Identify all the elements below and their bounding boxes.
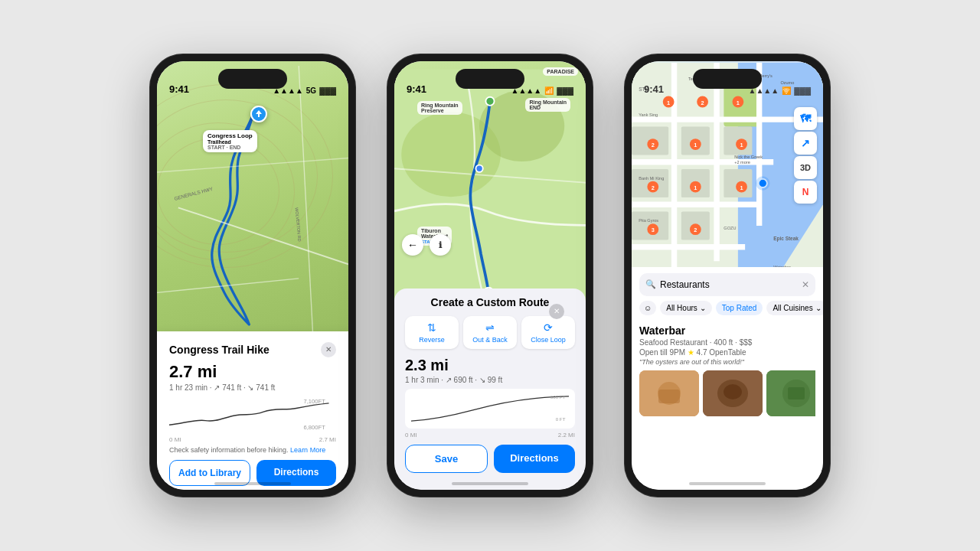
status-icons-1: ▲▲▲▲ 5G ▓▓▓ <box>273 86 336 95</box>
close-loop-icon: ⟳ <box>544 321 553 334</box>
sheet-header: Create a Custom Route ✕ <box>405 296 575 308</box>
svg-text:Yank Sing: Yank Sing <box>639 112 658 117</box>
restaurant-photo-1[interactable] <box>639 370 699 416</box>
svg-text:+2 more: +2 more <box>734 160 750 165</box>
svg-text:2: 2 <box>694 227 697 233</box>
close-button-2[interactable]: ✕ <box>549 304 564 319</box>
battery-icon-3: ▓▓▓ <box>794 86 811 95</box>
all-hours-filter[interactable]: All Hours ⌄ <box>660 301 712 315</box>
ring-mountain-end-label: Ring MountainEND <box>525 98 570 112</box>
trail-svg: GENERALS HWY WOLVERTON RD <box>157 61 348 340</box>
restaurant-photos <box>639 370 815 416</box>
dynamic-island-1 <box>218 69 287 89</box>
network-icon-1: 5G <box>306 86 316 95</box>
dynamic-island-3 <box>693 69 762 89</box>
svg-text:6,800FT: 6,800FT <box>304 424 326 431</box>
3d-button[interactable]: 3D <box>794 156 817 179</box>
svg-text:600 FT: 600 FT <box>550 394 566 399</box>
svg-rect-73 <box>658 390 680 403</box>
restaurant-card[interactable]: Waterbar Seafood Restaurant · 400 ft · $… <box>632 320 823 421</box>
map-view-button[interactable]: 🗺 <box>794 107 817 130</box>
compass-button[interactable]: N <box>794 181 817 204</box>
svg-text:1: 1 <box>694 142 697 148</box>
all-cuisines-filter[interactable]: All Cuisines ⌄ <box>766 301 823 315</box>
svg-text:1: 1 <box>740 184 743 191</box>
close-button-1[interactable]: ✕ <box>321 342 336 357</box>
svg-text:2: 2 <box>652 184 655 191</box>
reverse-option[interactable]: ⇅ Reverse <box>405 316 459 349</box>
restaurant-photo-3[interactable] <box>766 370 815 416</box>
modal-title: Create a Custom Route <box>405 296 575 308</box>
search-clear-button[interactable]: ✕ <box>802 279 809 290</box>
battery-icon-2: ▓▓▓ <box>557 86 573 95</box>
trail-info-card: Congress Trail Hike ✕ 2.7 mi 1 hr 23 min… <box>157 331 348 490</box>
home-indicator-2 <box>452 482 528 485</box>
search-bar[interactable]: 🔍 Restaurants ✕ <box>639 273 815 296</box>
back-button[interactable]: ← <box>402 234 423 256</box>
trail-map[interactable]: GENERALS HWY WOLVERTON RD Congress Loop … <box>157 61 348 340</box>
directions-button-2[interactable]: Directions <box>494 445 575 473</box>
card-header-1: Congress Trail Hike ✕ <box>169 342 336 357</box>
action-buttons-2: Save Directions <box>405 445 575 473</box>
restaurant-quote: "The oysters are out of this world!" <box>639 358 815 366</box>
ring-mountain-preserve-label: Ring MountainPreserve <box>417 101 462 115</box>
svg-rect-79 <box>788 387 805 399</box>
search-value: Restaurants <box>660 279 710 290</box>
map-controls: 🗺 ↗ 3D N <box>794 107 817 204</box>
svg-text:3: 3 <box>652 227 655 233</box>
chart-labels-1: 0 MI 2.7 MI <box>169 436 336 443</box>
search-row: 🔍 Restaurants ✕ <box>632 267 823 301</box>
route-options: ⇅ Reverse ⇌ Out & Back ⟳ Close Loop <box>405 316 575 349</box>
svg-text:Epic Steak: Epic Steak <box>773 236 799 242</box>
svg-point-8 <box>475 165 482 172</box>
svg-text:Banh Mi King: Banh Mi King <box>639 176 664 181</box>
wifi-icon-3: 🛜 <box>782 86 791 95</box>
elevation-chart-2: 600 FT 0 FT <box>405 389 575 429</box>
restaurant-name: Waterbar <box>639 324 815 337</box>
svg-text:1: 1 <box>667 99 670 106</box>
close-loop-option[interactable]: ⟳ Close Loop <box>521 316 575 349</box>
status-icons-2: ▲▲▲▲ 📶 ▓▓▓ <box>511 86 573 95</box>
svg-text:0 FT: 0 FT <box>556 416 566 422</box>
svg-text:GENERALS HWY: GENERALS HWY <box>174 186 214 201</box>
svg-text:1: 1 <box>740 142 743 148</box>
custom-route-sheet: Create a Custom Route ✕ ⇅ Reverse ⇌ Out … <box>394 289 586 490</box>
dynamic-island-2 <box>456 69 524 89</box>
star-icon: ★ <box>688 348 697 357</box>
trail-start-pin <box>250 106 267 122</box>
info-button[interactable]: ℹ <box>430 234 451 256</box>
svg-text:Pita Gyros: Pita Gyros <box>639 218 658 223</box>
svg-text:Nick the Greek: Nick the Greek <box>734 155 763 159</box>
elevation-chart-1: 7,100FT 6,800FT <box>169 396 336 433</box>
svg-text:1: 1 <box>737 99 740 106</box>
filters-row: ☺ All Hours ⌄ Top Rated All Cuisines ⌄ <box>632 301 823 320</box>
out-back-icon: ⇌ <box>485 321 495 334</box>
chart-labels-2: 0 MI 2.2 MI <box>405 432 575 439</box>
svg-point-53 <box>756 176 770 191</box>
restaurant-photo-2[interactable] <box>703 370 763 416</box>
status-time-1: 9:41 <box>169 83 189 95</box>
svg-text:WOLVERTON RD: WOLVERTON RD <box>295 207 302 242</box>
trail-distance: 2.7 mi <box>169 362 336 382</box>
cuisines-chevron-icon: ⌄ <box>815 304 822 312</box>
phones-container: 9:41 ▲▲▲▲ 5G ▓▓▓ <box>0 0 980 551</box>
location-button[interactable]: ↗ <box>794 132 817 155</box>
learn-more-link[interactable]: Learn More <box>290 446 325 454</box>
route-stats: 1 hr 3 min · ↗ 690 ft · ↘ 99 ft <box>405 376 575 384</box>
top-rated-filter[interactable]: Top Rated <box>716 301 763 315</box>
svg-text:7,100FT: 7,100FT <box>304 398 326 405</box>
custom-route-map[interactable]: Ring MountainPreserve Ring MountainEND P… <box>394 61 586 318</box>
svg-point-76 <box>724 384 742 399</box>
trail-title: Congress Trail Hike <box>169 344 270 356</box>
restaurant-hours-rating: Open till 9PM ★ 4.7 OpenTable <box>639 348 815 357</box>
svg-text:2: 2 <box>652 142 655 148</box>
phone-3: 9:41 ▲▲▲▲ 🛜 ▓▓▓ <box>624 54 831 497</box>
rating-value: 4.7 OpenTable <box>697 348 746 357</box>
filter-smiley-icon: ☺ <box>644 304 652 312</box>
reverse-icon: ⇅ <box>427 321 436 334</box>
safety-info: Check safety information before hiking. … <box>169 446 336 454</box>
filter-chip-icon[interactable]: ☺ <box>639 301 656 315</box>
out-back-option[interactable]: ⇌ Out & Back <box>463 316 517 349</box>
hours-chevron-icon: ⌄ <box>700 304 706 312</box>
save-button[interactable]: Save <box>405 445 488 473</box>
